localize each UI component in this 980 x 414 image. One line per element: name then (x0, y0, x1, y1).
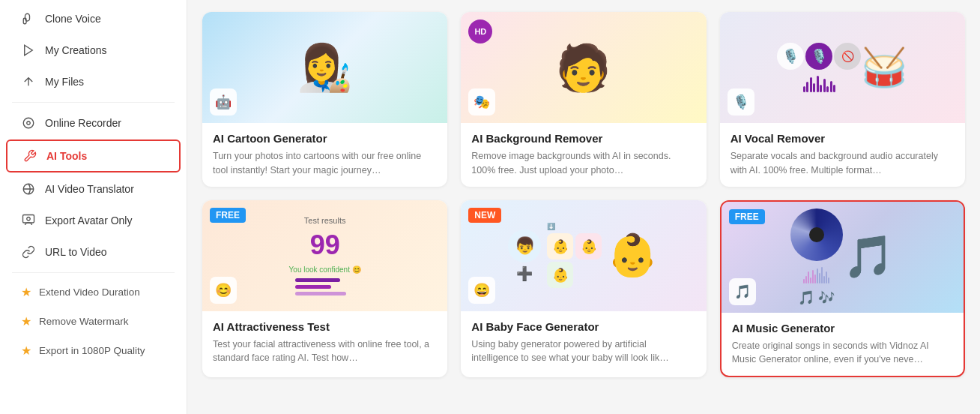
sidebar-divider-2 (12, 272, 175, 273)
sidebar-item-my-creations[interactable]: My Creations (6, 35, 181, 65)
attractive-content: Test results 99 You look confident 😊 (282, 200, 369, 311)
card-free-badge-attractive: FREE (210, 208, 246, 223)
star-icon-watermark: ★ (21, 314, 31, 328)
star-icon-1080p: ★ (21, 344, 31, 358)
card-ai-cartoon-body: AI Cartoon Generator Turn your photos in… (202, 123, 447, 187)
sidebar-item-online-recorder-label: Online Recorder (45, 117, 121, 129)
sidebar-item-clone-voice[interactable]: Clone Voice (6, 4, 181, 34)
confidence-text: You look confident 😊 (289, 266, 361, 274)
card-ai-vocal[interactable]: 🎙️ 🎙️ 🚫 (720, 12, 965, 187)
card-ai-attractive[interactable]: FREE Test results 99 You look confident … (202, 200, 447, 378)
card-ai-baby-title: AI Baby Face Generator (471, 320, 695, 333)
sidebar-item-extend-video[interactable]: ★ Extend Video Duration (6, 278, 181, 306)
music-disc (790, 208, 843, 261)
sidebar-item-ai-video-translator[interactable]: AI Video Translator (6, 174, 181, 204)
card-ai-music-image: FREE (722, 202, 964, 313)
card-ai-vocal-desc: Separate vocals and background audio acc… (731, 149, 955, 178)
sidebar-item-remove-watermark[interactable]: ★ Remove Watermark (6, 308, 181, 335)
ai-bg-remover-icon: 🎭 (468, 88, 495, 116)
sidebar-item-export-avatar-only[interactable]: Export Avatar Only (6, 206, 181, 236)
cards-grid: 🤖 AI Cartoon Generator Turn your photos … (202, 12, 965, 377)
progress-bars (295, 278, 355, 296)
card-free-badge-music: FREE (729, 209, 765, 224)
score-label: Test results (304, 216, 346, 225)
sidebar: Clone Voice My Creations My Files Online… (0, 0, 187, 414)
sidebar-item-extend-video-label: Extend Video Duration (39, 286, 140, 298)
music-inner: 🎵 🎶 (790, 202, 843, 313)
card-hd-badge: HD (468, 20, 492, 44)
ai-tools-icon (22, 148, 37, 164)
sidebar-item-url-to-video-label: URL to Video (45, 246, 107, 258)
card-ai-attractive-desc: Test your facial attractiveness with onl… (213, 338, 437, 366)
svg-marker-1 (25, 45, 33, 56)
card-ai-cartoon-desc: Turn your photos into cartoons with our … (213, 149, 437, 178)
ai-attractive-icon: 😊 (210, 277, 237, 304)
sidebar-item-ai-tools-label: AI Tools (46, 150, 87, 162)
ai-cartoon-icon: 🤖 (210, 88, 237, 116)
card-ai-baby-image: NEW 👦 ➕ ⬇️ 👶 👶 👶 😄 (461, 200, 706, 311)
sidebar-item-my-files[interactable]: My Files (6, 67, 181, 97)
card-ai-attractive-body: AI Attractiveness Test Test your facial … (202, 311, 447, 375)
card-ai-attractive-image: FREE Test results 99 You look confident … (202, 200, 447, 311)
card-ai-bg-remover[interactable]: HD 🎭 AI Background Remover Remove image … (461, 12, 706, 187)
svg-point-6 (27, 218, 31, 221)
sidebar-item-remove-watermark-label: Remove Watermark (39, 316, 129, 327)
sidebar-item-clone-voice-label: Clone Voice (45, 13, 101, 25)
card-ai-cartoon[interactable]: 🤖 AI Cartoon Generator Turn your photos … (202, 12, 447, 187)
card-ai-bg-remover-title: AI Background Remover (471, 132, 695, 145)
card-ai-bg-remover-desc: Remove image backgrounds with AI in seco… (471, 149, 695, 178)
card-ai-music-title: AI Music Generator (732, 322, 953, 334)
sidebar-item-export-avatar-only-label: Export Avatar Only (45, 214, 132, 226)
card-ai-baby-body: AI Baby Face Generator Using baby genera… (461, 311, 706, 375)
sidebar-item-export-1080p[interactable]: ★ Export in 1080P Quality (6, 337, 181, 364)
card-ai-music-desc: Create original songs in seconds with Vi… (732, 339, 953, 368)
svg-rect-5 (23, 215, 34, 224)
card-ai-cartoon-image: 🤖 (202, 12, 447, 123)
ai-baby-icon: 😄 (468, 277, 495, 304)
svg-point-3 (27, 122, 31, 125)
card-ai-baby-desc: Using baby generator powered by artifici… (471, 338, 695, 366)
card-ai-music[interactable]: FREE (720, 200, 965, 378)
card-ai-bg-remover-body: AI Background Remover Remove image backg… (461, 123, 706, 187)
sidebar-item-ai-tools[interactable]: AI Tools (6, 140, 181, 172)
url-to-video-icon (21, 244, 36, 260)
sidebar-item-my-creations-label: My Creations (45, 44, 106, 56)
ai-music-icon: 🎵 (729, 278, 756, 305)
my-creations-icon (21, 43, 36, 58)
card-new-badge: NEW (468, 208, 501, 223)
ai-vocal-icon: 🎙️ (728, 88, 754, 116)
online-recorder-icon (21, 116, 36, 130)
card-ai-attractive-title: AI Attractiveness Test (213, 320, 437, 333)
card-ai-vocal-image: 🎙️ 🎙️ 🚫 (720, 12, 965, 123)
svg-point-2 (23, 118, 34, 128)
card-ai-cartoon-title: AI Cartoon Generator (213, 132, 437, 145)
card-ai-music-body: AI Music Generator Create original songs… (722, 313, 964, 376)
sidebar-item-online-recorder[interactable]: Online Recorder (6, 108, 181, 138)
export-avatar-only-icon (21, 213, 36, 228)
sidebar-item-my-files-label: My Files (45, 76, 84, 88)
my-files-icon (21, 74, 36, 89)
sidebar-item-ai-video-translator-label: AI Video Translator (45, 183, 134, 195)
sidebar-item-export-1080p-label: Export in 1080P Quality (39, 345, 145, 356)
sidebar-divider (12, 102, 175, 103)
card-ai-bg-remover-image: HD 🎭 (461, 12, 706, 123)
card-ai-baby[interactable]: NEW 👦 ➕ ⬇️ 👶 👶 👶 😄 (461, 200, 706, 378)
score-number: 99 (310, 230, 340, 261)
main-content: 🤖 AI Cartoon Generator Turn your photos … (187, 0, 980, 414)
card-ai-vocal-title: AI Vocal Remover (731, 132, 955, 145)
clone-voice-icon (21, 11, 36, 26)
card-ai-vocal-body: AI Vocal Remover Separate vocals and bac… (720, 123, 965, 187)
ai-video-translator-icon (21, 182, 36, 196)
sidebar-item-url-to-video[interactable]: URL to Video (6, 237, 181, 267)
star-icon-extend: ★ (21, 285, 31, 299)
